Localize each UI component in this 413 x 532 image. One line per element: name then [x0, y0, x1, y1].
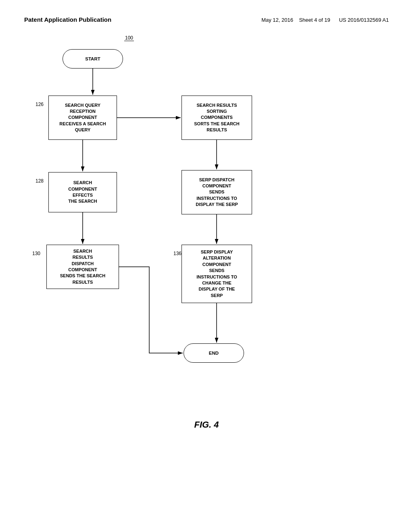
- node-134: SERP DISPATCH COMPONENT SENDS INSTRUCTIO…: [181, 170, 252, 214]
- ref-130: 130: [32, 251, 40, 256]
- flow-arrows: [0, 31, 413, 454]
- node-136: SERP DISPLAY ALTERATION COMPONENT SENDS …: [181, 245, 252, 303]
- node-130: SEARCH RESULTS DISPATCH COMPONENT SENDS …: [46, 245, 119, 289]
- header-meta: May 12, 2016 Sheet 4 of 19 US 2016/01325…: [261, 17, 389, 23]
- ref-136: 136: [173, 251, 181, 256]
- page: Patent Application Publication May 12, 2…: [0, 0, 413, 532]
- diagram-area: 100 START 126 SEARCH QUERY RECEPTION COM…: [0, 31, 413, 454]
- header-title: Patent Application Publication: [24, 16, 111, 23]
- end-node: END: [184, 343, 244, 363]
- node-132: SEARCH RESULTS SORTING COMPONENTS SORTS …: [181, 96, 252, 140]
- ref-128: 128: [35, 178, 44, 184]
- node-128: SEARCH COMPONENT EFFECTS THE SEARCH: [48, 172, 117, 212]
- start-node: START: [63, 49, 123, 69]
- header: Patent Application Publication May 12, 2…: [0, 0, 413, 31]
- ref-100: 100: [125, 35, 133, 41]
- node-126: SEARCH QUERY RECEPTION COMPONENT RECEIVE…: [48, 96, 117, 140]
- fig-label: FIG. 4: [194, 420, 219, 430]
- ref-126: 126: [35, 102, 44, 107]
